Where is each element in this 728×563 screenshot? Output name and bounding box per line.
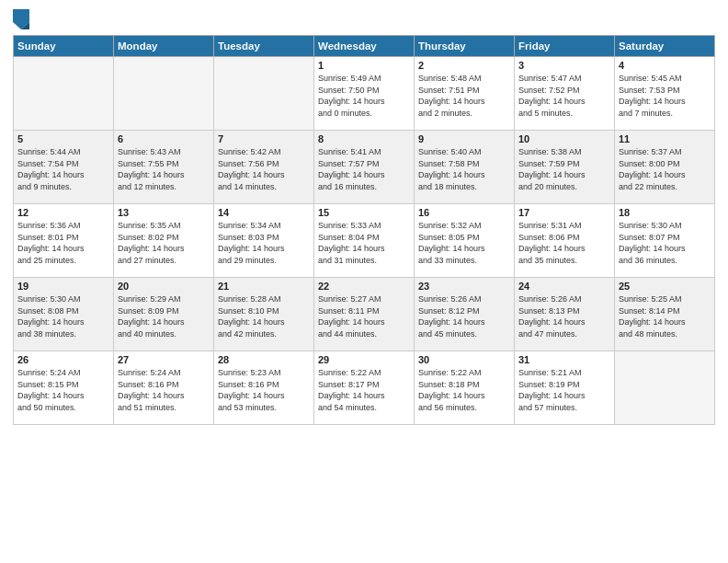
day-number: 19 (17, 281, 109, 292)
calendar-cell: 8Sunrise: 5:41 AMSunset: 7:57 PMDaylight… (314, 131, 415, 204)
weekday-header-wednesday: Wednesday (314, 36, 415, 57)
calendar-cell: 17Sunrise: 5:31 AMSunset: 8:06 PMDayligh… (515, 204, 615, 278)
day-number: 17 (518, 207, 610, 218)
page: SundayMondayTuesdayWednesdayThursdayFrid… (0, 0, 728, 563)
cell-info: Sunrise: 5:23 AMSunset: 8:16 PMDaylight:… (218, 367, 310, 413)
day-number: 21 (218, 281, 310, 292)
day-number: 7 (218, 133, 310, 144)
header (13, 9, 715, 29)
day-number: 11 (619, 133, 711, 144)
calendar-cell: 5Sunrise: 5:44 AMSunset: 7:54 PMDaylight… (14, 131, 114, 204)
calendar-cell: 19Sunrise: 5:30 AMSunset: 8:08 PMDayligh… (14, 278, 114, 351)
cell-info: Sunrise: 5:32 AMSunset: 8:05 PMDaylight:… (418, 220, 510, 266)
calendar-cell (14, 57, 114, 131)
cell-info: Sunrise: 5:34 AMSunset: 8:03 PMDaylight:… (218, 220, 310, 266)
cell-info: Sunrise: 5:44 AMSunset: 7:54 PMDaylight:… (17, 146, 109, 192)
day-number: 4 (619, 60, 711, 71)
cell-info: Sunrise: 5:21 AMSunset: 8:19 PMDaylight:… (518, 367, 610, 413)
day-number: 15 (318, 207, 410, 218)
cell-info: Sunrise: 5:24 AMSunset: 8:16 PMDaylight:… (118, 367, 210, 413)
weekday-header-monday: Monday (114, 36, 214, 57)
day-number: 1 (318, 60, 410, 71)
calendar-cell (615, 351, 715, 425)
calendar-cell: 1Sunrise: 5:49 AMSunset: 7:50 PMDaylight… (314, 57, 415, 131)
day-number: 13 (118, 207, 210, 218)
calendar-cell: 12Sunrise: 5:36 AMSunset: 8:01 PMDayligh… (14, 204, 114, 278)
calendar-cell: 25Sunrise: 5:25 AMSunset: 8:14 PMDayligh… (615, 278, 715, 351)
calendar-week-row: 5Sunrise: 5:44 AMSunset: 7:54 PMDaylight… (14, 131, 715, 204)
cell-info: Sunrise: 5:22 AMSunset: 8:17 PMDaylight:… (318, 367, 410, 413)
day-number: 9 (418, 133, 510, 144)
cell-info: Sunrise: 5:30 AMSunset: 8:07 PMDaylight:… (619, 220, 711, 266)
calendar-cell (114, 57, 214, 131)
day-number: 10 (518, 133, 610, 144)
day-number: 3 (518, 60, 610, 71)
cell-info: Sunrise: 5:47 AMSunset: 7:52 PMDaylight:… (518, 73, 610, 119)
weekday-header-saturday: Saturday (615, 36, 715, 57)
logo-icon (13, 9, 29, 29)
day-number: 22 (318, 281, 410, 292)
day-number: 16 (418, 207, 510, 218)
calendar-cell: 9Sunrise: 5:40 AMSunset: 7:58 PMDaylight… (415, 131, 515, 204)
calendar-cell: 21Sunrise: 5:28 AMSunset: 8:10 PMDayligh… (214, 278, 314, 351)
day-number: 27 (118, 354, 210, 365)
calendar-cell: 15Sunrise: 5:33 AMSunset: 8:04 PMDayligh… (314, 204, 415, 278)
day-number: 5 (17, 133, 109, 144)
calendar-cell: 14Sunrise: 5:34 AMSunset: 8:03 PMDayligh… (214, 204, 314, 278)
calendar-week-row: 26Sunrise: 5:24 AMSunset: 8:15 PMDayligh… (14, 351, 715, 425)
weekday-header-sunday: Sunday (14, 36, 114, 57)
calendar-cell: 20Sunrise: 5:29 AMSunset: 8:09 PMDayligh… (114, 278, 214, 351)
day-number: 24 (518, 281, 610, 292)
day-number: 26 (17, 354, 109, 365)
day-number: 8 (318, 133, 410, 144)
cell-info: Sunrise: 5:38 AMSunset: 7:59 PMDaylight:… (518, 146, 610, 192)
calendar-cell: 4Sunrise: 5:45 AMSunset: 7:53 PMDaylight… (615, 57, 715, 131)
day-number: 23 (418, 281, 510, 292)
day-number: 18 (619, 207, 711, 218)
cell-info: Sunrise: 5:28 AMSunset: 8:10 PMDaylight:… (218, 293, 310, 339)
calendar-cell: 6Sunrise: 5:43 AMSunset: 7:55 PMDaylight… (114, 131, 214, 204)
calendar-cell: 18Sunrise: 5:30 AMSunset: 8:07 PMDayligh… (615, 204, 715, 278)
cell-info: Sunrise: 5:27 AMSunset: 8:11 PMDaylight:… (318, 293, 410, 339)
calendar-cell: 31Sunrise: 5:21 AMSunset: 8:19 PMDayligh… (515, 351, 615, 425)
calendar-cell: 13Sunrise: 5:35 AMSunset: 8:02 PMDayligh… (114, 204, 214, 278)
day-number: 25 (619, 281, 711, 292)
cell-info: Sunrise: 5:35 AMSunset: 8:02 PMDaylight:… (118, 220, 210, 266)
calendar-cell: 10Sunrise: 5:38 AMSunset: 7:59 PMDayligh… (515, 131, 615, 204)
cell-info: Sunrise: 5:40 AMSunset: 7:58 PMDaylight:… (418, 146, 510, 192)
day-number: 12 (17, 207, 109, 218)
cell-info: Sunrise: 5:31 AMSunset: 8:06 PMDaylight:… (518, 220, 610, 266)
day-number: 2 (418, 60, 510, 71)
cell-info: Sunrise: 5:42 AMSunset: 7:56 PMDaylight:… (218, 146, 310, 192)
cell-info: Sunrise: 5:48 AMSunset: 7:51 PMDaylight:… (418, 73, 510, 119)
cell-info: Sunrise: 5:25 AMSunset: 8:14 PMDaylight:… (619, 293, 711, 339)
calendar-cell: 22Sunrise: 5:27 AMSunset: 8:11 PMDayligh… (314, 278, 415, 351)
day-number: 14 (218, 207, 310, 218)
cell-info: Sunrise: 5:37 AMSunset: 8:00 PMDaylight:… (619, 146, 711, 192)
calendar-cell: 29Sunrise: 5:22 AMSunset: 8:17 PMDayligh… (314, 351, 415, 425)
cell-info: Sunrise: 5:30 AMSunset: 8:08 PMDaylight:… (17, 293, 109, 339)
cell-info: Sunrise: 5:41 AMSunset: 7:57 PMDaylight:… (318, 146, 410, 192)
calendar-cell: 3Sunrise: 5:47 AMSunset: 7:52 PMDaylight… (515, 57, 615, 131)
calendar-cell: 24Sunrise: 5:26 AMSunset: 8:13 PMDayligh… (515, 278, 615, 351)
calendar-cell: 2Sunrise: 5:48 AMSunset: 7:51 PMDaylight… (415, 57, 515, 131)
calendar-week-row: 1Sunrise: 5:49 AMSunset: 7:50 PMDaylight… (14, 57, 715, 131)
cell-info: Sunrise: 5:49 AMSunset: 7:50 PMDaylight:… (318, 73, 410, 119)
cell-info: Sunrise: 5:22 AMSunset: 8:18 PMDaylight:… (418, 367, 510, 413)
weekday-header-friday: Friday (515, 36, 615, 57)
logo (13, 9, 32, 29)
calendar-cell: 28Sunrise: 5:23 AMSunset: 8:16 PMDayligh… (214, 351, 314, 425)
cell-info: Sunrise: 5:26 AMSunset: 8:13 PMDaylight:… (518, 293, 610, 339)
calendar-cell: 23Sunrise: 5:26 AMSunset: 8:12 PMDayligh… (415, 278, 515, 351)
calendar-cell: 30Sunrise: 5:22 AMSunset: 8:18 PMDayligh… (415, 351, 515, 425)
calendar-cell: 26Sunrise: 5:24 AMSunset: 8:15 PMDayligh… (14, 351, 114, 425)
calendar-cell: 27Sunrise: 5:24 AMSunset: 8:16 PMDayligh… (114, 351, 214, 425)
weekday-header-tuesday: Tuesday (214, 36, 314, 57)
calendar-cell: 11Sunrise: 5:37 AMSunset: 8:00 PMDayligh… (615, 131, 715, 204)
weekday-header-thursday: Thursday (415, 36, 515, 57)
calendar-header-row: SundayMondayTuesdayWednesdayThursdayFrid… (14, 36, 715, 57)
cell-info: Sunrise: 5:45 AMSunset: 7:53 PMDaylight:… (619, 73, 711, 119)
cell-info: Sunrise: 5:33 AMSunset: 8:04 PMDaylight:… (318, 220, 410, 266)
calendar-cell (214, 57, 314, 131)
cell-info: Sunrise: 5:36 AMSunset: 8:01 PMDaylight:… (17, 220, 109, 266)
